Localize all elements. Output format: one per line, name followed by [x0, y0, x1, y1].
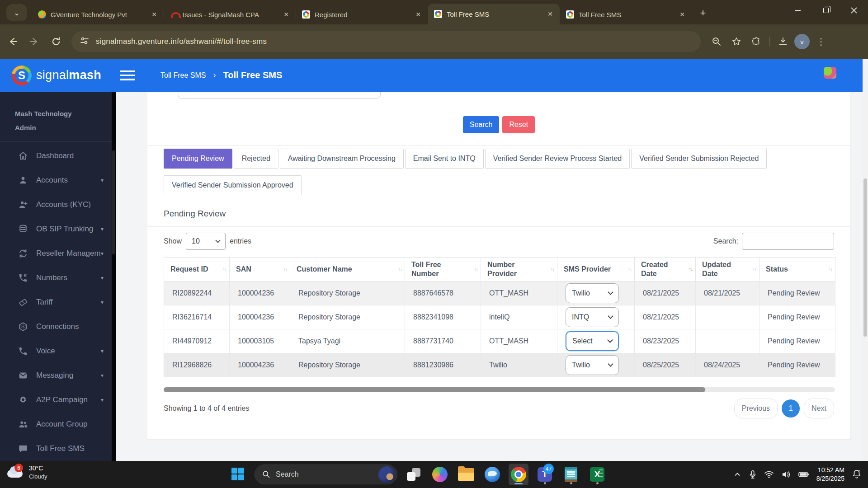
sidebar-item-dashboard[interactable]: Dashboard	[0, 144, 112, 168]
sidebar-scrollbar-thumb[interactable]	[112, 150, 115, 254]
browser-tab-tollfree-2[interactable]: Toll Free SMS ✕	[560, 5, 692, 24]
browser-tab-issues[interactable]: Issues - SignalMash CPA ✕	[164, 5, 296, 24]
col-status[interactable]: Status↑↓	[760, 258, 835, 282]
sms-provider-select[interactable]: INTQ	[566, 307, 619, 327]
sort-icon[interactable]: ↑↓	[398, 266, 401, 273]
tab-pending-review[interactable]: Pending Review	[164, 149, 232, 169]
sidebar-item-voice[interactable]: Voice ▾	[0, 339, 112, 363]
scrollbar-thumb[interactable]	[164, 387, 705, 392]
tab-search-button[interactable]: ⌄	[6, 4, 27, 21]
sort-icon[interactable]: ↑↓	[752, 266, 756, 273]
task-view-button[interactable]	[404, 464, 424, 485]
col-request-id[interactable]: Request ID↑↓	[164, 258, 230, 282]
tab-awaiting-downstream-processing[interactable]: Awaiting Downstream Processing	[280, 149, 404, 169]
wifi-icon[interactable]	[764, 470, 774, 479]
sidebar-item-messaging[interactable]: Messaging ▾	[0, 363, 112, 388]
table-search-input[interactable]	[742, 233, 834, 250]
sidebar-item-numbers[interactable]: Numbers ▾	[0, 266, 112, 290]
sidebar-item-reseller-management[interactable]: Reseller Management ▾	[0, 241, 112, 266]
thunderbird-button[interactable]	[482, 464, 502, 485]
col-updated-date[interactable]: Updated Date↑↓	[696, 258, 760, 282]
taskbar-clock[interactable]: 10:52 AM 8/25/2025	[816, 466, 844, 483]
sidebar-item-tariff[interactable]: Tariff ▾	[0, 290, 112, 314]
col-toll-free-number[interactable]: Toll Free Number↑↓	[405, 258, 481, 282]
reload-button[interactable]	[47, 33, 65, 51]
browser-tab-tollfree-active[interactable]: Toll Free SMS ✕	[428, 4, 560, 24]
zoom-icon[interactable]	[708, 33, 725, 50]
browser-menu-kebab-icon[interactable]: ⋮	[812, 33, 830, 50]
scrollbar-thumb[interactable]	[863, 178, 867, 337]
taskbar-search[interactable]: Search	[255, 465, 397, 484]
notepad-button[interactable]	[561, 464, 581, 485]
reset-button[interactable]: Reset	[502, 116, 535, 133]
copilot-button[interactable]	[430, 464, 450, 485]
sidebar-item-accounts[interactable]: Accounts ▾	[0, 168, 112, 192]
downloads-icon[interactable]	[774, 33, 792, 50]
page-vertical-scrollbar[interactable]	[863, 59, 868, 461]
file-explorer-button[interactable]	[456, 464, 476, 485]
notification-bell-icon[interactable]: z	[852, 469, 862, 480]
sidebar-item-account-group[interactable]: Account Group	[0, 412, 112, 436]
sidebar-item-connections[interactable]: Connections	[0, 314, 112, 339]
chrome-button[interactable]	[509, 464, 528, 485]
bookmark-star-icon[interactable]	[728, 33, 745, 50]
sidebar-item-accounts-kyc[interactable]: Accounts (KYC)	[0, 192, 112, 217]
col-number-provider[interactable]: Number Provider↑↓	[481, 258, 557, 282]
sidebar-toggle-hamburger-icon[interactable]	[120, 70, 135, 81]
browser-profile-avatar[interactable]: v	[794, 34, 810, 49]
sort-icon[interactable]: ↑↓	[627, 266, 631, 273]
extensions-icon[interactable]	[748, 33, 765, 50]
sort-icon[interactable]: ↑↓	[222, 266, 226, 273]
search-button[interactable]: Search	[463, 116, 500, 133]
sort-icon[interactable]: ↑↓	[828, 266, 832, 273]
tab-rejected[interactable]: Rejected	[234, 149, 278, 169]
sort-icon[interactable]: ↑↓	[550, 266, 554, 273]
header-corner-image[interactable]	[824, 67, 836, 79]
back-button[interactable]	[4, 33, 22, 51]
sms-provider-select[interactable]: Twilio	[566, 283, 619, 303]
tray-chevron-up-icon[interactable]	[733, 470, 741, 479]
table-horizontal-scrollbar[interactable]	[164, 387, 835, 392]
restore-button[interactable]	[812, 0, 840, 21]
close-window-button[interactable]	[840, 0, 868, 21]
previous-page-button[interactable]: Previous	[734, 399, 778, 418]
filter-input-partial[interactable]	[178, 92, 381, 99]
col-customer-name[interactable]: Customer Name↑↓	[290, 258, 405, 282]
tab-close-icon[interactable]: ✕	[545, 9, 555, 19]
start-button[interactable]	[228, 464, 248, 485]
sidebar-item-toll-free-sms[interactable]: Toll Free SMS	[0, 436, 112, 461]
next-page-button[interactable]: Next	[804, 399, 834, 418]
browser-tab-gventure[interactable]: GVenture Technology Pvt ✕	[32, 5, 164, 24]
sidebar-item-a2p-campaign[interactable]: A2P Campaign ▾	[0, 388, 112, 412]
battery-icon[interactable]	[798, 471, 809, 478]
address-bar[interactable]: signalmash.gventure.info/ashwani/#/toll-…	[71, 31, 701, 52]
sidebar-item-ob-sip-trunking[interactable]: OB SIP Trunking ▾	[0, 217, 112, 241]
sidebar-scrollbar[interactable]	[112, 92, 116, 461]
speaker-icon[interactable]	[781, 470, 791, 479]
sms-provider-select[interactable]: Twilio	[566, 355, 619, 375]
excel-button[interactable]: X	[587, 464, 607, 485]
tab-close-icon[interactable]: ✕	[281, 9, 291, 19]
col-created-date[interactable]: Created Date↑↓	[635, 258, 696, 282]
weather-widget[interactable]: 6 30°C Cloudy	[6, 464, 47, 480]
sort-icon[interactable]: ↑↓	[283, 266, 287, 273]
page-length-select[interactable]: 10	[186, 233, 226, 250]
browser-tab-registered[interactable]: Registered ✕	[296, 5, 428, 24]
tab-verified-sender-review-process-started[interactable]: Verified Sender Review Process Started	[485, 149, 630, 169]
tab-email-sent-to-intq[interactable]: Email Sent to INTQ	[405, 149, 484, 169]
teams-button[interactable]: T 47	[535, 464, 555, 485]
tab-verified-sender-submission-approved[interactable]: Verified Sender Submission Approved	[164, 175, 302, 195]
col-san[interactable]: SAN↑↓	[230, 258, 290, 282]
forward-button[interactable]	[25, 33, 43, 51]
tab-close-icon[interactable]: ✕	[149, 9, 159, 19]
tab-close-icon[interactable]: ✕	[677, 9, 687, 19]
sort-icon[interactable]: ↑↓	[474, 266, 477, 273]
tab-verified-sender-submission-rejected[interactable]: Verified Sender Submission Rejected	[631, 149, 767, 169]
sort-icon[interactable]: ↑↓	[689, 266, 692, 273]
new-tab-button[interactable]: +	[695, 5, 711, 21]
page-1-button[interactable]: 1	[782, 399, 800, 418]
breadcrumb-parent[interactable]: Toll Free SMS	[160, 71, 206, 80]
sms-provider-select[interactable]: Select	[566, 331, 619, 351]
tab-close-icon[interactable]: ✕	[413, 9, 423, 19]
microphone-icon[interactable]	[749, 470, 757, 479]
